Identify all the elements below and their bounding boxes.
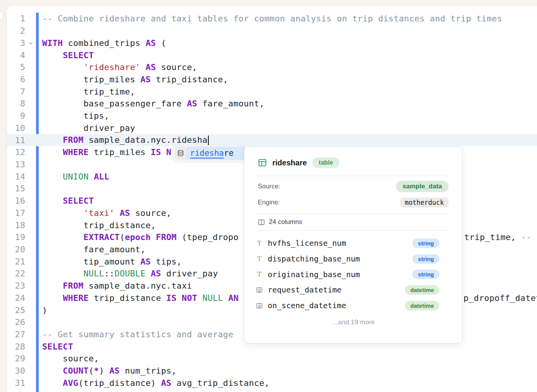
- code-token: AS: [187, 99, 197, 108]
- code-token: [42, 51, 63, 60]
- columns-list: Thvfhs_license_numstringTdispatching_bas…: [244, 230, 462, 313]
- code-token: tips,: [42, 111, 109, 121]
- column-name: request_datetime: [268, 285, 400, 294]
- code-line[interactable]: 8 base_passenger_fare AS fare_amount,: [7, 98, 537, 110]
- autocomplete-item-rideshare[interactable]: rideshare: [187, 146, 245, 160]
- columns-count-row: 24 columns: [244, 214, 462, 230]
- column-row: on_scene_datetimedatetime: [256, 298, 439, 314]
- code-token: SELECT: [63, 196, 94, 206]
- code-token: (: [88, 366, 94, 376]
- code-token: fare_amount,: [197, 99, 264, 108]
- code-token: trip_time,: [464, 232, 521, 242]
- code-token: source,: [156, 62, 197, 72]
- line-number: 23: [7, 281, 25, 291]
- code-token: FROM: [63, 135, 83, 145]
- code-token: [151, 232, 156, 242]
- line-number: 16: [7, 196, 25, 206]
- code-token: epoch: [125, 232, 151, 242]
- code-token: -- Combine rideshare and taxi tables for…: [42, 14, 502, 23]
- code-token: (tpep_dropo: [177, 232, 239, 242]
- fold-chevron-icon[interactable]: [25, 41, 36, 46]
- code-token: trip_distance: [88, 293, 166, 303]
- code-token: AS: [151, 269, 161, 278]
- code-token: base_passenger_fare: [42, 99, 187, 108]
- code-token: UNION: [63, 172, 88, 181]
- code-token: [42, 147, 63, 157]
- code-token: ALL: [94, 172, 110, 181]
- code-fragment: trip_time, --: [464, 231, 531, 243]
- code-line[interactable]: 29 source,: [7, 353, 537, 365]
- code-text: WITH combined_trips AS (: [36, 38, 166, 48]
- code-token: EXTRACT: [83, 232, 120, 242]
- column-type-badge: datetime: [405, 285, 439, 295]
- code-text: driver_pay: [36, 123, 135, 133]
- code-token: AVG: [63, 390, 79, 392]
- code-token: trip_miles: [88, 147, 151, 157]
- code-text: EXTRACT(epoch FROM (tpep_dropo: [36, 232, 239, 242]
- code-text: SELECT: [36, 342, 73, 351]
- code-token: AVG: [63, 378, 79, 388]
- code-line[interactable]: 7 trip_time,: [7, 85, 537, 98]
- code-token: AS: [146, 62, 156, 72]
- code-token: NULL: [202, 293, 223, 303]
- code-token: AS: [140, 390, 151, 392]
- line-number: 2: [7, 26, 25, 36]
- column-name: hvfhs_license_num: [268, 238, 408, 248]
- text-type-icon: T: [256, 271, 263, 278]
- code-token: SELECT: [42, 342, 73, 351]
- code-line[interactable]: 11 FROM sample_data.nyc.ridesha: [7, 134, 537, 146]
- code-text: 'rideshare' AS source,: [36, 62, 197, 72]
- table-title: rideshare: [272, 158, 307, 167]
- sql-editor-screen: 1-- Combine rideshare and taxi tables fo…: [0, 0, 537, 392]
- line-number: 20: [7, 245, 25, 254]
- code-token: trip_miles: [42, 75, 140, 84]
- code-token: [88, 172, 94, 181]
- column-type-badge: string: [413, 270, 439, 279]
- table-type-badge: table: [312, 157, 339, 168]
- partial-button[interactable]: [0, 10, 4, 21]
- code-line[interactable]: 2: [7, 25, 537, 37]
- code-line[interactable]: 1-- Combine rideshare and taxi tables fo…: [7, 13, 537, 25]
- code-text: AVG(trip_time) AS avg_trip_time,: [36, 390, 228, 392]
- code-text: tips,: [36, 111, 109, 121]
- code-token: 'taxi': [83, 208, 115, 218]
- code-token: AS: [109, 366, 120, 376]
- code-line[interactable]: 32 AVG(trip_time) AS avg_trip_time,: [7, 389, 537, 392]
- code-line[interactable]: 31 AVG(trip_distance) AS avg_trip_distan…: [7, 377, 537, 389]
- column-row: Tdispatching_base_numstring: [256, 251, 439, 267]
- line-number: 10: [7, 123, 25, 133]
- calendar-clock-icon: [256, 286, 263, 293]
- text-type-icon: T: [256, 256, 263, 262]
- code-line[interactable]: 5 'rideshare' AS source,: [7, 61, 537, 74]
- code-token: tip_amount: [42, 257, 140, 266]
- code-text: -- Combine rideshare and taxi tables for…: [36, 14, 502, 23]
- code-line[interactable]: 9 tips,: [7, 110, 537, 122]
- code-token: [42, 293, 63, 303]
- table-icon: [258, 158, 267, 167]
- code-token: num_trips,: [120, 366, 176, 376]
- code-line[interactable]: 3WITH combined_trips AS (: [7, 37, 537, 49]
- code-token: ::: [104, 269, 115, 278]
- code-line[interactable]: 4 SELECT: [7, 49, 537, 61]
- code-token: [42, 208, 83, 218]
- code-token: WITH: [42, 38, 63, 48]
- code-text: tip_amount AS tips,: [36, 257, 182, 266]
- code-line[interactable]: 6 trip_miles AS trip_distance,: [7, 74, 537, 86]
- code-token: combined_trips: [63, 38, 146, 48]
- code-token: [42, 269, 83, 278]
- code-text: WHERE trip_distance IS NOT NULL AN: [36, 293, 239, 303]
- field-label: Engine:: [258, 199, 280, 206]
- code-token: avg_trip_time,: [151, 390, 228, 392]
- code-token: source,: [42, 354, 99, 363]
- autocomplete-dropdown: rideshare: [173, 145, 246, 161]
- code-token: (trip_time): [78, 390, 140, 392]
- line-number: 24: [7, 293, 25, 303]
- code-token: ): [42, 305, 47, 315]
- code-token: *: [94, 366, 99, 376]
- code-text: FROM sample_data.nyc.ridesha: [36, 135, 209, 145]
- line-number: 6: [7, 75, 25, 84]
- line-number: 21: [7, 257, 25, 266]
- line-number: 27: [7, 330, 25, 339]
- code-line[interactable]: 10 driver_pay: [7, 122, 537, 134]
- code-line[interactable]: 30 COUNT(*) AS num_trips,: [7, 365, 537, 377]
